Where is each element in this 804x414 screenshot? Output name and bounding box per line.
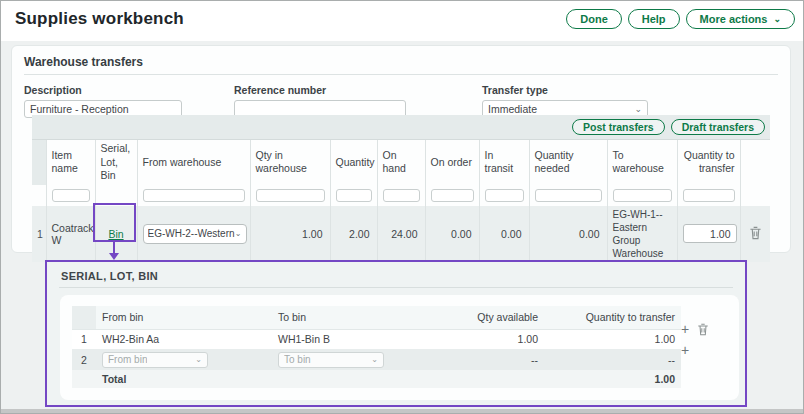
supplies-workbench-screen: Supplies workbench Done Help More action…: [0, 0, 804, 414]
col-from-warehouse[interactable]: From warehouse: [137, 140, 250, 185]
qty-in-warehouse-filter-input[interactable]: [256, 189, 325, 202]
transfer-type-field: Transfer type Immediate ⌄: [482, 84, 648, 118]
top-bar: Supplies workbench Done Help More action…: [1, 1, 803, 41]
col-qty-available: Qty available: [449, 306, 544, 329]
add-bin-row-button[interactable]: +: [681, 322, 689, 336]
post-transfers-button[interactable]: Post transfers: [572, 119, 665, 135]
bins-header-row: From bin To bin Qty available Quantity t…: [72, 306, 681, 329]
serial-lot-bin-panel: SERIAL, LOT, BIN From bin To bin Qty ava…: [45, 260, 747, 407]
from-warehouse-cell: EG-WH-2--Western Gr ⌄: [137, 206, 250, 262]
trash-icon: [749, 226, 762, 240]
item-name-filter-input[interactable]: [52, 189, 90, 202]
col-quantity[interactable]: Quantity: [330, 140, 377, 185]
from-warehouse-select[interactable]: EG-WH-2--Western Gr ⌄: [143, 224, 247, 244]
bin-link[interactable]: Bin: [108, 228, 123, 240]
quantity-needed-filter-input[interactable]: [535, 189, 602, 202]
plus-icon: +: [681, 321, 689, 337]
bins-row-2-actions: +: [681, 343, 689, 357]
topbar-buttons: Done Help More actions ⌄: [566, 9, 795, 29]
quantity-to-transfer-filter-input[interactable]: [683, 189, 735, 202]
row-number: 1: [32, 206, 46, 262]
page-title: Supplies workbench: [15, 9, 184, 29]
bins-row-number-header: [72, 306, 96, 329]
col-item-name[interactable]: Item name: [46, 140, 95, 185]
warehouse-transfers-card: Warehouse transfers Description Referenc…: [11, 45, 791, 253]
col-on-order[interactable]: On order: [425, 140, 479, 185]
to-warehouse-value: EG-WH-1-- Eastern Group Warehouse: [613, 208, 672, 260]
bins-table: From bin To bin Qty available Quantity t…: [72, 306, 681, 388]
quantity-needed-cell: 0.00: [529, 206, 607, 262]
in-transit-filter-input[interactable]: [485, 189, 524, 202]
col-in-transit[interactable]: In transit: [479, 140, 529, 185]
from-bin-select[interactable]: From bin ⌄: [102, 352, 208, 368]
bins-row-1: 1 WH2-Bin Aa WH1-Bin B 1.00 1.00: [72, 329, 681, 349]
bins-row-1-actions: +: [681, 322, 709, 336]
col-serial-lot-bin[interactable]: Serial, Lot, Bin: [95, 140, 137, 185]
bins-total-row: Total 1.00: [72, 370, 681, 388]
description-label: Description: [24, 84, 182, 96]
qty-in-warehouse-cell: 1.00: [250, 206, 330, 262]
chevron-down-icon: ⌄: [634, 104, 642, 114]
col-actions: [740, 140, 770, 185]
qty-available-value: 1.00: [449, 329, 544, 349]
done-button[interactable]: Done: [566, 9, 622, 29]
quantity-to-transfer-cell: [677, 206, 740, 262]
chevron-down-icon: ⌄: [195, 355, 202, 364]
column-header-row: Item name Serial, Lot, Bin From warehous…: [32, 140, 770, 185]
transfers-table: Post transfers Draft transfers Item name…: [32, 115, 770, 262]
row-number-header: [32, 140, 46, 185]
col-to-warehouse[interactable]: To warehouse: [607, 140, 677, 185]
to-bin-value: WH1-Bin B: [272, 329, 449, 349]
in-transit-cell: 0.00: [479, 206, 529, 262]
more-actions-button[interactable]: More actions ⌄: [686, 9, 795, 29]
reference-number-field: Reference number: [234, 84, 406, 118]
description-field: Description: [24, 84, 182, 118]
col-from-bin: From bin: [96, 306, 272, 329]
draft-transfers-button[interactable]: Draft transfers: [671, 119, 765, 135]
on-hand-cell: 24.00: [377, 206, 425, 262]
to-warehouse-filter-input[interactable]: [613, 189, 672, 202]
on-order-cell: 0.00: [425, 206, 479, 262]
from-bin-placeholder: From bin: [108, 354, 147, 365]
transfer-type-label: Transfer type: [482, 84, 648, 96]
from-warehouse-filter-input[interactable]: [143, 189, 245, 202]
popup-divider: [59, 287, 733, 288]
table-toolbar: Post transfers Draft transfers: [32, 115, 770, 140]
serial-lot-bin-title: SERIAL, LOT, BIN: [61, 270, 158, 282]
col-qty-in-warehouse[interactable]: Qty in warehouse: [250, 140, 330, 185]
bottom-border-strip: [1, 409, 803, 413]
quantity-to-transfer-value: 1.00: [544, 329, 681, 349]
quantity-to-transfer-input[interactable]: [683, 224, 737, 243]
to-bin-placeholder: To bin: [284, 354, 311, 365]
plus-icon: +: [681, 342, 689, 358]
quantity-filter-input[interactable]: [336, 189, 372, 202]
reference-number-label: Reference number: [234, 84, 406, 96]
add-bin-row-button[interactable]: +: [681, 343, 689, 357]
bins-row-2: 2 From bin ⌄ To bin ⌄: [72, 349, 681, 370]
row-actions-cell: [740, 206, 770, 262]
filter-row: [32, 185, 770, 206]
qty-available-value: --: [449, 349, 544, 370]
delete-row-button[interactable]: [749, 226, 762, 240]
total-label: Total: [96, 370, 272, 388]
help-button[interactable]: Help: [628, 9, 680, 29]
section-divider: [24, 74, 778, 75]
to-bin-select[interactable]: To bin ⌄: [278, 352, 384, 368]
col-quantity-to-transfer[interactable]: Quantity to transfer: [677, 140, 740, 185]
col-to-bin: To bin: [272, 306, 449, 329]
to-warehouse-cell: EG-WH-1-- Eastern Group Warehouse: [607, 206, 677, 262]
col-on-hand[interactable]: On hand: [377, 140, 425, 185]
more-actions-label: More actions: [700, 13, 768, 25]
delete-bin-row-button[interactable]: [697, 323, 709, 336]
from-warehouse-value: EG-WH-2--Western Gr: [148, 228, 235, 239]
chevron-down-icon: ⌄: [371, 355, 378, 364]
table-row: 1 Coatrack-W Bin EG-WH-2--Western Gr ⌄ 1…: [32, 206, 770, 262]
transfer-type-value: Immediate: [488, 103, 537, 115]
chevron-down-icon: ⌄: [773, 15, 781, 24]
item-name-cell: Coatrack-W: [46, 206, 95, 262]
total-value: 1.00: [544, 370, 681, 388]
on-order-filter-input[interactable]: [431, 189, 474, 202]
col-quantity-needed[interactable]: Quantity needed: [529, 140, 607, 185]
quantity-cell: 2.00: [330, 206, 377, 262]
on-hand-filter-input[interactable]: [383, 189, 420, 202]
